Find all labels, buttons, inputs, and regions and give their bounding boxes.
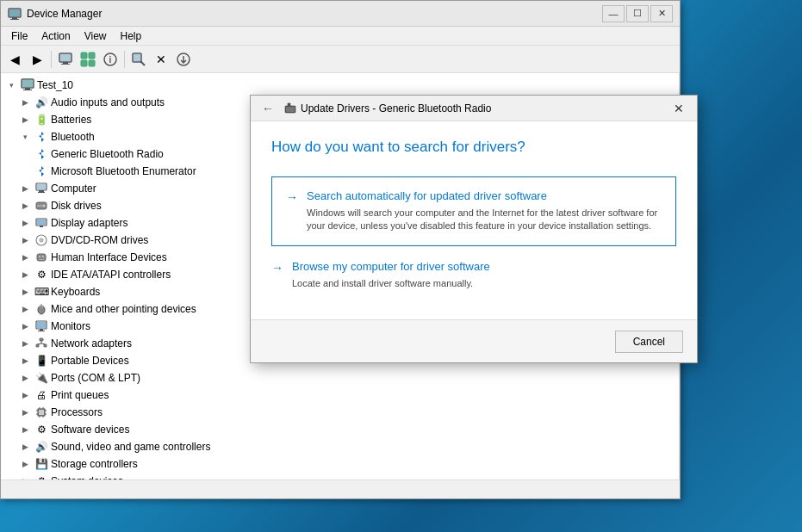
menu-file[interactable]: File	[4, 28, 34, 44]
svg-rect-10	[81, 60, 87, 66]
minimize-button[interactable]: —	[602, 5, 625, 22]
svg-rect-3	[9, 9, 20, 16]
svg-rect-15	[134, 54, 140, 61]
title-bar-buttons: — ☐ ✕	[602, 5, 673, 22]
portable-arrow[interactable]: ▶	[18, 354, 32, 368]
hid-arrow[interactable]: ▶	[18, 251, 32, 264]
device-manager-titlebar: Device Manager — ☐ ✕	[1, 1, 680, 27]
list-item[interactable]: ▶ 💾 Storage controllers	[1, 455, 679, 473]
svg-rect-32	[40, 226, 43, 227]
list-item[interactable]: ▶ 🔊 Sound, video and game controllers	[1, 438, 679, 455]
hid-icon	[34, 251, 48, 264]
list-item[interactable]: ▶ 🔌 Ports (COM & LPT)	[1, 369, 679, 387]
display-arrow[interactable]: ▶	[18, 216, 32, 230]
dialog-header-title: How do you want to search for drivers?	[271, 139, 676, 156]
batteries-arrow[interactable]: ▶	[18, 113, 32, 127]
menu-bar: File Action View Help	[1, 27, 680, 46]
storage-icon: 💾	[34, 457, 48, 471]
toolbar-remove[interactable]: ✕	[151, 49, 171, 70]
disk-icon	[34, 199, 48, 213]
bluetooth-arrow[interactable]: ▾	[18, 130, 32, 144]
dialog-back-button[interactable]: ←	[258, 100, 278, 117]
update-drivers-dialog: ← Update Drivers - Generic Bluetooth Rad…	[250, 95, 698, 363]
ide-arrow[interactable]: ▶	[18, 268, 32, 281]
close-button[interactable]: ✕	[650, 5, 673, 22]
mice-label: Mice and other pointing devices	[51, 303, 196, 315]
svg-point-28	[43, 205, 46, 207]
list-item[interactable]: ▶ 🖨 Print queues	[1, 387, 679, 404]
print-arrow[interactable]: ▶	[18, 388, 32, 402]
software-arrow[interactable]: ▶	[18, 423, 32, 436]
bluetooth-icon	[34, 130, 48, 144]
toolbar-properties[interactable]	[55, 49, 76, 70]
browse-computer-option[interactable]: → Browse my computer for driver software…	[271, 255, 676, 302]
list-item[interactable]: ▶ ⚙ System devices	[1, 473, 679, 479]
svg-rect-31	[37, 220, 46, 225]
svg-rect-26	[38, 192, 45, 193]
display-label: Display adapters	[51, 217, 127, 229]
bluetooth-label: Bluetooth	[51, 131, 95, 143]
ports-icon: 🔌	[34, 371, 48, 385]
search-automatically-option[interactable]: → Search automatically for updated drive…	[271, 176, 676, 246]
browse-title: Browse my computer for driver software	[292, 260, 662, 273]
svg-point-35	[40, 239, 42, 241]
toolbar-sep-2	[124, 51, 125, 68]
batteries-icon: 🔋	[34, 113, 48, 127]
root-arrow[interactable]: ▾	[4, 78, 18, 92]
ports-label: Ports (COM & LPT)	[51, 372, 140, 384]
disk-arrow[interactable]: ▶	[18, 199, 32, 213]
dialog-body: → Search automatically for updated drive…	[251, 166, 697, 319]
dialog-close-button[interactable]: ✕	[668, 100, 690, 117]
storage-arrow[interactable]: ▶	[18, 457, 32, 471]
ide-label: IDE ATA/ATAPI controllers	[51, 269, 171, 281]
network-arrow[interactable]: ▶	[18, 337, 32, 350]
maximize-button[interactable]: ☐	[626, 5, 649, 22]
svg-rect-2	[10, 19, 19, 20]
portable-icon: 📱	[34, 354, 48, 368]
list-item[interactable]: ▶ ⚙ Software devices	[1, 421, 679, 438]
toolbar-forward[interactable]: ▶	[27, 49, 47, 70]
svg-rect-8	[81, 53, 87, 59]
toolbar-scan[interactable]	[128, 49, 149, 70]
svg-line-52	[38, 343, 42, 344]
svg-rect-22	[23, 90, 32, 90]
search-auto-title: Search automatically for updated driver …	[307, 189, 662, 202]
svg-rect-55	[39, 410, 44, 415]
audio-arrow[interactable]: ▶	[18, 96, 32, 109]
toolbar-driver[interactable]	[173, 49, 194, 70]
dialog-header: How do you want to search for drivers?	[251, 121, 697, 166]
search-auto-content: Search automatically for updated driver …	[307, 189, 662, 233]
mice-arrow[interactable]: ▶	[18, 302, 32, 316]
toolbar-back[interactable]: ◀	[4, 49, 25, 70]
menu-help[interactable]: Help	[114, 28, 149, 44]
dialog-device-icon	[283, 102, 297, 115]
menu-view[interactable]: View	[78, 28, 114, 44]
search-auto-arrow-icon: →	[286, 190, 298, 204]
dvd-icon	[34, 233, 48, 247]
search-auto-desc: Windows will search your computer and th…	[307, 207, 662, 233]
dvd-arrow[interactable]: ▶	[18, 233, 32, 247]
gbr-label: Generic Bluetooth Radio	[51, 148, 164, 160]
list-item[interactable]: ▶ Processors	[1, 404, 679, 421]
svg-text:i: i	[109, 55, 112, 65]
menu-action[interactable]: Action	[34, 28, 77, 44]
ports-arrow[interactable]: ▶	[18, 371, 32, 385]
svg-rect-66	[286, 107, 295, 112]
keyboard-arrow[interactable]: ▶	[18, 285, 32, 299]
dialog-footer: Cancel	[251, 319, 697, 362]
processors-arrow[interactable]: ▶	[18, 405, 32, 419]
computer-arrow[interactable]: ▶	[18, 182, 32, 195]
tree-root[interactable]: ▾ Test_10	[1, 77, 679, 94]
toolbar-update[interactable]	[78, 49, 98, 70]
monitors-arrow[interactable]: ▶	[18, 319, 32, 333]
cancel-button[interactable]: Cancel	[615, 331, 683, 353]
sound-arrow[interactable]: ▶	[18, 440, 32, 454]
toolbar-sep-1	[51, 51, 52, 68]
processors-icon	[34, 405, 48, 419]
disk-label: Disk drives	[51, 200, 102, 212]
svg-rect-39	[39, 259, 44, 260]
sound-label: Sound, video and game controllers	[51, 441, 210, 453]
svg-line-53	[41, 343, 46, 344]
mbe-label: Microsoft Bluetooth Enumerator	[51, 165, 196, 177]
toolbar-info[interactable]: i	[100, 49, 121, 70]
